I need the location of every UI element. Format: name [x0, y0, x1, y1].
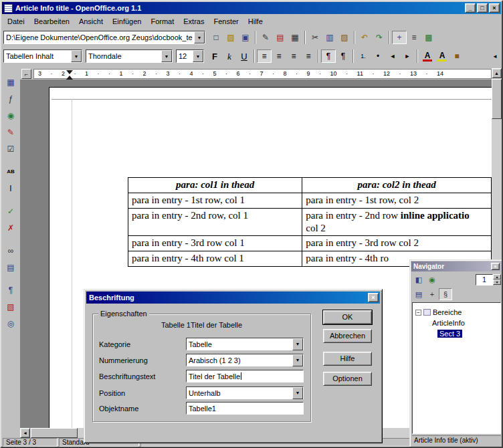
numbering-button[interactable]: 1. [356, 49, 371, 63]
align-left-button[interactable]: ≡ [257, 49, 272, 63]
menu-extras[interactable]: Extras [179, 15, 209, 27]
document-table[interactable]: para: col1 in thead para: col2 in thead … [128, 177, 492, 267]
toolbar-scroll-left-button[interactable]: ◄ [490, 49, 500, 63]
autospellcheck-icon[interactable]: ✗ [3, 221, 19, 235]
menu-einfuegen[interactable]: Einfügen [108, 15, 146, 27]
tree-item-sect3[interactable]: Sect 3 [414, 328, 499, 339]
navigator-document-select[interactable]: Article Info title (aktiv) [412, 435, 501, 445]
anchor-icon[interactable]: § [439, 288, 452, 300]
size-dropdown-button[interactable]: ▼ [193, 50, 203, 62]
edit-file-icon[interactable]: ✎ [258, 31, 273, 44]
graphics-onoff-icon[interactable]: ▧ [3, 300, 19, 314]
direct-cursor-icon[interactable]: I [3, 181, 19, 195]
expander-icon[interactable]: − [415, 310, 421, 316]
autotext-icon[interactable]: AB [3, 164, 19, 179]
tree-item-articleinfo[interactable]: ArticleInfo [414, 318, 499, 328]
open-document-icon[interactable]: ▨ [223, 31, 238, 44]
form-functions-icon[interactable]: ☑ [3, 142, 19, 156]
paste-icon[interactable]: ▧ [337, 31, 352, 44]
navigator-title-bar[interactable]: Navigator × [411, 261, 502, 271]
cut-icon[interactable]: ✂ [308, 31, 322, 44]
position-combobox[interactable]: Unterhalb ▼ [186, 386, 304, 399]
insert-object-icon[interactable]: ◉ [3, 108, 19, 122]
print-icon[interactable]: ▦ [288, 31, 302, 44]
table-cell[interactable]: para in entry - 1st row, col 2 [302, 193, 492, 209]
minimize-button[interactable]: _ [465, 3, 476, 13]
ltr-direction-button[interactable]: ¶ [321, 49, 336, 63]
horizontal-ruler[interactable]: 3 · 2 · 1 · · 1 · 2 · 3 · 4 · 5 · 6 · 7 … [33, 69, 492, 79]
italic-button[interactable]: k [222, 49, 237, 63]
align-center-button[interactable]: ≡ [272, 49, 286, 63]
navigator-close-button[interactable]: × [491, 263, 500, 270]
dialog-title-bar[interactable]: Beschriftung × [86, 292, 380, 304]
tree-item-bereiche[interactable]: − Bereiche [414, 307, 499, 318]
font-dropdown-button[interactable]: ▼ [161, 50, 172, 62]
horizontal-scroll-thumb[interactable] [31, 428, 78, 438]
font-color-button[interactable]: A [423, 51, 432, 62]
reminder-icon[interactable]: + [425, 288, 439, 300]
paragraph-style-combobox[interactable]: Tabellen Inhalt ▼ [3, 49, 82, 63]
close-button[interactable]: × [489, 3, 500, 13]
scroll-up-button[interactable]: ▲ [492, 68, 502, 78]
table-cell[interactable]: para in entry - 3rd row col 1 [128, 236, 302, 251]
background-color-button[interactable]: ■ [449, 49, 464, 63]
new-document-icon[interactable]: □ [209, 31, 223, 44]
table-cell[interactable]: para in entry - 2nd row inline applicati… [302, 209, 492, 236]
export-pdf-icon[interactable]: ▤ [273, 31, 288, 44]
menu-format[interactable]: Format [146, 15, 179, 27]
menu-fenster[interactable]: Fenster [209, 15, 243, 27]
style-dropdown-button[interactable]: ▼ [71, 50, 82, 62]
status-page[interactable]: Seite 3 / 3 [3, 438, 58, 447]
underline-button[interactable]: U [237, 49, 252, 63]
title-bar[interactable]: Article Info title - OpenOffice.org 1.1 … [2, 2, 501, 14]
table-cell[interactable]: para in entry - 3rd row col 2 [302, 236, 492, 251]
navigator-tree[interactable]: − Bereiche ArticleInfo Sect 3 [412, 302, 501, 434]
cancel-button[interactable]: Abbrechen [323, 329, 372, 343]
spinner-down-button[interactable]: ▼ [493, 279, 501, 285]
table-cell[interactable]: para in entry - 4th row col 1 [128, 251, 302, 267]
find-replace-icon[interactable]: ∞ [3, 243, 19, 257]
font-size-combobox[interactable]: 12 ▼ [176, 49, 204, 63]
kategorie-dropdown-button[interactable]: ▼ [292, 338, 303, 350]
increase-indent-button[interactable]: ► [400, 49, 415, 63]
save-document-icon[interactable]: ▣ [238, 31, 253, 44]
draw-functions-icon[interactable]: ✎ [3, 125, 19, 139]
page-spinner-value[interactable]: 1 [476, 274, 493, 286]
ok-button[interactable]: OK [323, 310, 372, 324]
maximize-button[interactable]: □ [477, 3, 488, 13]
toggle-icon[interactable]: ◧ [412, 273, 425, 286]
table-header-cell[interactable]: para: col1 in thead [128, 178, 302, 193]
spellcheck-icon[interactable]: ✓ [3, 204, 19, 218]
navigation-icon[interactable]: ◉ [425, 273, 439, 286]
menu-datei[interactable]: Datei [3, 15, 29, 27]
url-dropdown-button[interactable]: ▼ [194, 31, 205, 43]
font-name-combobox[interactable]: Thorndale ▼ [86, 49, 173, 63]
kategorie-combobox[interactable]: Tabelle ▼ [186, 338, 304, 350]
stylist-icon[interactable]: ≡ [407, 31, 421, 44]
vertical-scroll-thumb[interactable] [492, 79, 502, 119]
tab-stop-selector[interactable]: ⌐ [21, 69, 31, 79]
gallery-icon[interactable]: ▩ [421, 31, 436, 44]
dialog-close-button[interactable]: × [368, 293, 379, 302]
decrease-indent-button[interactable]: ◄ [385, 49, 400, 63]
table-header-cell[interactable]: para: col2 in thead [302, 178, 492, 193]
spinner-up-button[interactable]: ▲ [493, 274, 501, 279]
help-button[interactable]: Hilfe [323, 352, 372, 366]
data-sources-icon[interactable]: ▤ [3, 260, 19, 274]
bullets-button[interactable]: • [371, 49, 385, 63]
table-cell[interactable]: para in entry - 1st row, col 1 [128, 193, 302, 209]
beschriftungstext-input[interactable]: Titel der Tabelle [186, 370, 304, 382]
highlight-button[interactable]: A [437, 51, 447, 62]
bold-button[interactable]: F [207, 49, 222, 63]
position-dropdown-button[interactable]: ▼ [292, 387, 303, 399]
menu-bearbeiten[interactable]: Bearbeiten [29, 15, 74, 27]
redo-icon[interactable]: ↷ [372, 31, 387, 44]
table-cell[interactable]: para in entry - 2nd row, col 1 [128, 209, 302, 236]
menu-hilfe[interactable]: Hilfe [243, 15, 268, 27]
rtl-direction-button[interactable]: ¶ [336, 49, 350, 63]
menu-ansicht[interactable]: Ansicht [74, 15, 108, 27]
nummerierung-dropdown-button[interactable]: ▼ [292, 354, 303, 366]
insert-fields-icon[interactable]: ƒ [3, 92, 19, 106]
align-right-button[interactable]: ≡ [286, 49, 301, 63]
insert-icon[interactable]: ▦ [3, 75, 19, 89]
